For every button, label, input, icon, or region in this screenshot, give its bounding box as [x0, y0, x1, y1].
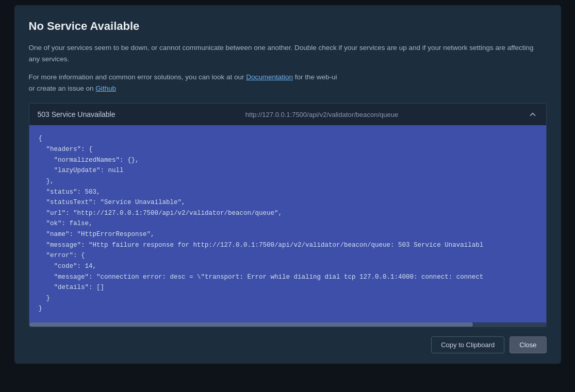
description2-suffix: or create an issue on	[29, 84, 96, 92]
documentation-link[interactable]: Documentation	[246, 73, 293, 81]
error-status: 503 Service Unavailable	[38, 110, 116, 118]
modal-description-links: For more information and common error so…	[29, 72, 547, 94]
modal-title: No Service Available	[29, 20, 547, 33]
copy-to-clipboard-button[interactable]: Copy to Clipboard	[431, 336, 504, 353]
json-container: { "headers": { "normalizedNames": {}, "l…	[29, 125, 546, 322]
error-section: 503 Service Unavailable http://127.0.0.1…	[29, 103, 547, 327]
description2-middle: for the web-ui	[293, 73, 337, 81]
error-header[interactable]: 503 Service Unavailable http://127.0.0.1…	[29, 104, 546, 125]
close-button[interactable]: Close	[510, 336, 546, 353]
github-link[interactable]: Github	[95, 84, 116, 92]
chevron-up-icon	[528, 110, 537, 119]
error-url: http://127.0.0.1:7500/api/v2/validator/b…	[245, 111, 398, 118]
modal-dialog: No Service Available One of your service…	[14, 5, 561, 364]
scrollbar-thumb[interactable]	[29, 322, 473, 327]
horizontal-scrollbar[interactable]	[29, 322, 546, 327]
modal-overlay: No Service Available One of your service…	[0, 0, 575, 392]
modal-footer: Copy to Clipboard Close	[29, 327, 547, 353]
modal-description: One of your services seem to be down, or…	[29, 42, 547, 64]
json-content: { "headers": { "normalizedNames": {}, "l…	[39, 133, 537, 314]
description2-prefix: For more information and common error so…	[29, 73, 247, 81]
